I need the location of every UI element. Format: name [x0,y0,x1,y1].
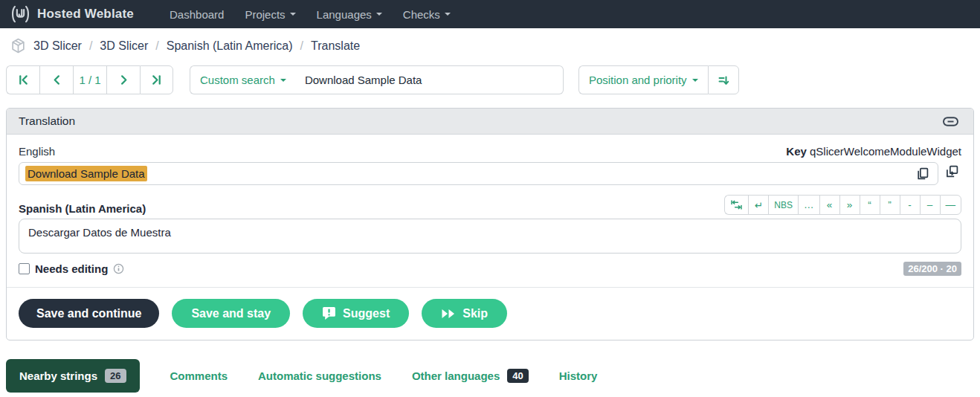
last-page-icon [151,74,162,85]
last-page-button[interactable] [140,65,173,94]
skip-button[interactable]: Skip [422,299,507,328]
breadcrumb-separator: / [300,39,303,53]
clone-to-translation-button[interactable] [943,164,961,179]
breadcrumb-page[interactable]: Translate [311,39,360,53]
copy-source-button[interactable] [913,166,932,181]
tab-automatic-suggestions[interactable]: Automatic suggestions [258,369,381,382]
nav-item-label: Checks [403,8,440,21]
sort-direction-button[interactable] [708,65,739,94]
nav-item-dashboard[interactable]: Dashboard [170,8,224,21]
save-and-stay-label: Save and stay [191,307,271,320]
panel-title: Translation [19,114,75,128]
insert-ldquo-button[interactable]: “ [860,195,880,215]
insert-endash-button[interactable]: – [920,195,940,215]
breadcrumb-project[interactable]: 3D Slicer [33,39,82,53]
skip-label: Skip [462,307,488,320]
string-key: Key qSlicerWelcomeModuleWidget [786,145,961,158]
custom-search-label: Custom search [200,74,275,86]
suggest-label: Suggest [343,307,390,320]
translation-textarea[interactable]: Descargar Datos de Muestra [19,219,961,254]
next-page-icon [118,74,129,85]
next-page-button[interactable] [106,65,140,94]
tab-other-languages[interactable]: Other languages 40 [412,369,529,383]
permalink-button[interactable] [940,115,961,128]
insert-newline-button[interactable]: ↵ [748,195,768,215]
source-label-row: English Key qSlicerWelcomeModuleWidget [19,145,961,158]
insert-rdquo-button[interactable]: ” [880,195,900,215]
suggest-button[interactable]: Suggest [303,299,409,328]
tab-label: History [559,369,598,382]
insert-ellipsis-button[interactable]: … [798,195,819,215]
action-buttons-row: Save and continue Save and stay Suggest … [7,287,973,340]
prev-page-icon [51,74,62,85]
tab-label: Nearby strings [19,369,97,382]
save-and-continue-button[interactable]: Save and continue [19,299,159,328]
clone-icon [946,165,958,178]
tab-count-badge: 40 [507,369,528,383]
pager-position: 1 / 1 [73,65,106,94]
needs-editing-control: Needs editing [19,262,124,275]
sort-descending-icon [718,74,729,86]
translation-panel-header: Translation [7,109,973,135]
breadcrumb-language[interactable]: Spanish (Latin America) [167,39,293,53]
info-icon [113,263,124,274]
breadcrumb: 3D Slicer / 3D Slicer / Spanish (Latin A… [0,28,980,62]
detail-tabs: Nearby strings 26 Comments Automatic sug… [6,359,974,393]
char-counter-badge: 26/200 · 20 [903,262,961,276]
caret-down-icon [376,13,382,16]
package-icon [10,38,26,54]
breadcrumb-component[interactable]: 3D Slicer [100,39,148,53]
needs-editing-label: Needs editing [35,262,108,275]
key-value: qSlicerWelcomeModuleWidget [810,145,961,158]
nav-item-label: Projects [245,8,285,21]
weblate-logo-icon [10,4,30,24]
insert-nbsp-button[interactable]: NBS [768,195,798,215]
suggest-bubble-icon [322,306,336,320]
needs-editing-checkbox[interactable] [19,263,30,274]
insert-raquo-button[interactable]: » [839,195,860,215]
sort-order-dropdown[interactable]: Position and priority [578,65,708,94]
insert-tab-button[interactable] [724,195,748,215]
translation-panel-body: English Key qSlicerWelcomeModuleWidget D… [7,135,973,276]
link-icon [943,117,958,126]
tab-label: Other languages [412,369,500,382]
nav-item-label: Languages [317,8,372,21]
tab-character-icon [730,200,743,210]
insert-hyphen-button[interactable]: - [900,195,920,215]
source-string-row: Download Sample Data [19,158,961,185]
breadcrumb-separator: / [155,39,158,53]
copy-icon [916,167,929,180]
tab-label: Automatic suggestions [258,369,381,382]
nav-item-label: Dashboard [170,8,224,21]
brand-name: Hosted Weblate [37,7,134,22]
flags-row: Needs editing 26/200 · 20 [19,262,961,276]
caret-down-icon [290,13,296,16]
caret-down-icon [445,13,451,16]
translate-toolbar: 1 / 1 Custom search Position and priorit… [0,62,980,97]
skip-forward-icon [441,309,456,319]
nav-item-projects[interactable]: Projects [245,8,295,21]
tab-history[interactable]: History [559,369,598,382]
prev-page-button[interactable] [39,65,73,94]
save-and-stay-button[interactable]: Save and stay [172,299,290,328]
tab-nearby-strings[interactable]: Nearby strings 26 [6,359,140,393]
custom-search-dropdown[interactable]: Custom search [190,65,296,94]
sort-group: Position and priority [578,65,739,97]
key-label: Key [786,145,807,158]
insert-laquo-button[interactable]: « [819,195,839,215]
insert-emdash-button[interactable]: — [940,195,962,215]
tab-comments[interactable]: Comments [170,369,228,382]
target-language-label: Spanish (Latin America) [19,202,146,215]
brand[interactable]: Hosted Weblate [10,4,134,24]
first-page-button[interactable] [6,65,39,94]
source-language-label: English [19,145,55,158]
nav-item-languages[interactable]: Languages [317,8,382,21]
caret-down-icon [280,79,286,82]
nav-item-checks[interactable]: Checks [403,8,451,21]
first-page-icon [18,74,29,85]
caret-down-icon [692,79,698,82]
search-input[interactable] [296,65,564,94]
translation-panel: Translation English Key qSlicerWelcomeMo… [6,108,974,340]
source-string-box: Download Sample Data [19,162,938,185]
top-navbar: Hosted Weblate Dashboard Projects Langua… [0,0,980,28]
